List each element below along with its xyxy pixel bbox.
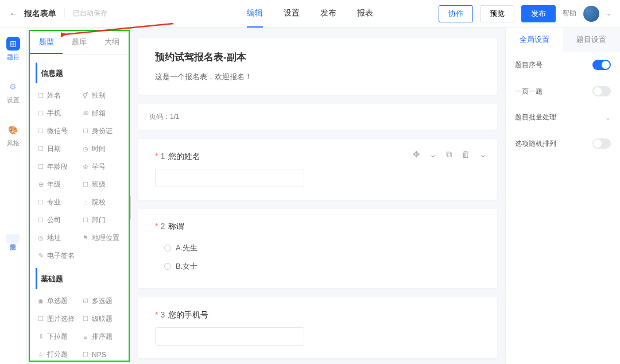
- panel-tab-outline[interactable]: 大纲: [96, 31, 129, 54]
- type-icon: ☐: [37, 315, 45, 323]
- type-icon: ⚥: [82, 92, 90, 99]
- qtype-info-7[interactable]: ◷时间: [80, 140, 123, 158]
- type-icon: ☐: [82, 216, 90, 224]
- qtype-info-13[interactable]: ⛬院校: [80, 193, 123, 211]
- avatar-menu-icon[interactable]: ⌄: [606, 10, 611, 17]
- avatar[interactable]: [583, 6, 599, 22]
- delete-icon[interactable]: 🗑: [462, 149, 470, 160]
- qtype-basic-7[interactable]: ☐NPS: [80, 346, 123, 361]
- qtype-info-4[interactable]: ☐微信号: [36, 122, 78, 140]
- qtype-info-18[interactable]: ✎电子签名: [36, 247, 78, 265]
- move-icon[interactable]: ✥: [413, 149, 420, 160]
- type-icon: ✎: [37, 252, 45, 260]
- qtype-info-8[interactable]: ☐年龄段: [36, 158, 78, 176]
- form-header-card[interactable]: 预约试驾报名表-副本 这是一个报名表，欢迎报名！: [138, 38, 497, 95]
- settings-panel: 全局设置 题目设置 题目序号 一页一题 题目批量处理 ⌄ 选项随机排列: [505, 28, 620, 364]
- option-b[interactable]: B.女士: [155, 257, 480, 276]
- type-icon: ⇩: [37, 333, 45, 340]
- qtype-info-10[interactable]: ⊕年级: [36, 176, 78, 193]
- qtype-basic-5[interactable]: ≡排序题: [80, 328, 123, 346]
- qtype-basic-2[interactable]: ☐图片选择: [36, 310, 78, 328]
- type-icon: ⛬: [82, 199, 90, 206]
- question-2[interactable]: *2称谓 A.先生 B.女士: [138, 209, 497, 288]
- question-3[interactable]: *3您的手机号: [138, 297, 497, 358]
- type-icon: ☐: [37, 127, 45, 135]
- settings-tab-global[interactable]: 全局设置: [506, 28, 563, 52]
- form-canvas: 预约试驾报名表-副本 这是一个报名表，欢迎报名！ 页码：1/1 *1您的姓名 ✥…: [130, 28, 505, 364]
- autosave-status: 已自动保存: [64, 9, 107, 18]
- text-input[interactable]: [155, 169, 304, 187]
- qtype-basic-6[interactable]: ☆打分题: [36, 346, 78, 361]
- radio-icon: [164, 245, 171, 251]
- palette-icon: 🎨: [6, 123, 20, 137]
- gear-icon: ⚙: [6, 80, 20, 94]
- qtype-info-14[interactable]: ☐公司: [36, 211, 78, 229]
- settings-tab-question[interactable]: 题目设置: [563, 28, 621, 52]
- type-icon: ☐: [82, 127, 90, 135]
- preview-button[interactable]: 预览: [480, 5, 514, 22]
- type-icon: ✉: [82, 110, 90, 117]
- toggle-sequence[interactable]: [592, 60, 611, 70]
- qtype-info-1[interactable]: ⚥性别: [80, 87, 123, 104]
- toggle-onepage[interactable]: [592, 86, 611, 96]
- qtype-info-6[interactable]: ☐日期: [36, 140, 78, 158]
- qtype-info-2[interactable]: ☐手机: [36, 104, 78, 122]
- text-input[interactable]: [155, 327, 304, 346]
- type-icon: ☐: [37, 110, 45, 117]
- type-icon: ☐: [37, 163, 45, 171]
- grid-icon: ⊞: [6, 37, 20, 51]
- rail-theme[interactable]: 🎨 风格: [6, 123, 20, 148]
- collaborate-button[interactable]: 协作: [439, 5, 473, 22]
- qtype-info-3[interactable]: ✉邮箱: [80, 104, 123, 122]
- qtype-info-11[interactable]: ☐班级: [80, 176, 123, 193]
- copy-icon[interactable]: ⧉: [446, 149, 452, 160]
- tab-reports[interactable]: 报表: [357, 0, 373, 28]
- qtype-info-0[interactable]: ☐姓名: [36, 87, 78, 104]
- panel-tab-library[interactable]: 题库: [63, 31, 95, 54]
- qtype-info-9[interactable]: ♔学号: [80, 158, 123, 176]
- qtype-basic-4[interactable]: ⇩下拉题: [36, 328, 78, 346]
- publish-button[interactable]: 发布: [521, 5, 556, 22]
- type-icon: ⚑: [82, 234, 90, 242]
- chevron-down-icon[interactable]: ⌄: [479, 149, 487, 160]
- rail-questions[interactable]: ⊞ 题目: [6, 37, 20, 61]
- tab-settings[interactable]: 设置: [284, 0, 300, 28]
- qtype-info-5[interactable]: ☐身份证: [80, 122, 123, 140]
- type-icon: ☆: [37, 351, 45, 358]
- toggle-random[interactable]: [592, 138, 611, 149]
- chevron-down-icon[interactable]: ⌄: [429, 149, 437, 160]
- type-icon: ◎: [37, 234, 45, 242]
- back-button[interactable]: ←: [9, 9, 18, 19]
- type-icon: ☐: [37, 92, 45, 99]
- form-name[interactable]: 报名表单: [24, 9, 56, 19]
- qtype-info-17[interactable]: ⚑地理位置: [80, 229, 123, 247]
- qtype-info-16[interactable]: ◎地址: [36, 229, 78, 247]
- tab-publish[interactable]: 发布: [320, 0, 336, 28]
- setting-onepage: 一页一题: [506, 78, 620, 104]
- qtype-info-15[interactable]: ☐部门: [80, 211, 123, 229]
- radio-icon: [164, 263, 171, 270]
- form-title: 预约试驾报名表-副本: [155, 51, 480, 64]
- option-a[interactable]: A.先生: [155, 239, 480, 257]
- left-rail: ⊞ 题目 ⚙ 设置 🎨 风格 使用反馈: [0, 28, 26, 364]
- type-icon: ☐: [82, 351, 90, 358]
- question-1[interactable]: *1您的姓名 ✥ ⌄ ⧉ 🗑 ⌄: [138, 139, 497, 200]
- setting-batch[interactable]: 题目批量处理 ⌄: [506, 104, 620, 130]
- section-info: 信息题: [36, 63, 123, 83]
- rail-settings[interactable]: ⚙ 设置: [6, 80, 20, 104]
- qtype-basic-1[interactable]: ☑多选题: [80, 292, 123, 310]
- feedback-tab[interactable]: 使用反馈: [6, 234, 20, 243]
- chevron-down-icon: ⌄: [605, 114, 611, 122]
- help-link[interactable]: 帮助: [563, 9, 576, 18]
- qtype-basic-3[interactable]: ☐级联题: [80, 310, 123, 328]
- type-icon: ≡: [82, 334, 90, 340]
- page-indicator: 页码：1/1: [138, 104, 497, 130]
- app-header: ← 报名表单 已自动保存 编辑 设置 发布 报表 协作 预览 发布 帮助 ⌄: [0, 0, 620, 28]
- scroll-indicator[interactable]: [130, 196, 131, 220]
- panel-tab-types[interactable]: 题型: [30, 31, 63, 54]
- tab-edit[interactable]: 编辑: [247, 0, 263, 28]
- type-icon: ☑: [82, 297, 90, 305]
- qtype-basic-0[interactable]: ◉单选题: [36, 292, 78, 310]
- setting-random: 选项随机排列: [506, 130, 620, 157]
- qtype-info-12[interactable]: ☐专业: [36, 193, 78, 211]
